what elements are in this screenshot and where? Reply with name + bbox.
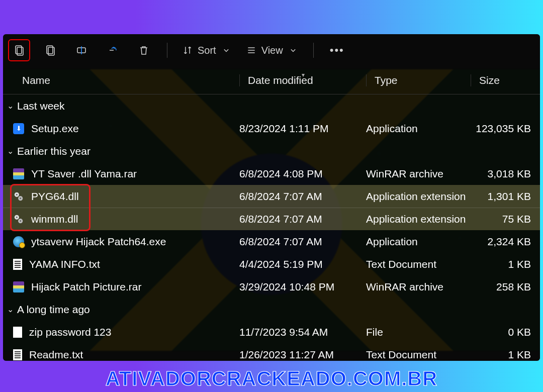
file-row[interactable]: Setup.exe8/23/2024 1:11 PMApplication123… — [3, 117, 540, 140]
toolbar-separator — [167, 43, 167, 58]
sort-icon — [183, 45, 193, 55]
svg-point-7 — [16, 193, 18, 195]
svg-point-11 — [16, 217, 18, 218]
file-size: 258 KB — [471, 281, 540, 293]
rename-button[interactable] — [70, 39, 93, 61]
txt-file-icon — [13, 259, 22, 270]
file-name: zip password 123 — [29, 326, 111, 338]
file-size: 75 KB — [471, 213, 540, 225]
dll-file-icon — [13, 191, 24, 202]
file-date: 6/8/2024 4:08 PM — [239, 168, 366, 180]
file-row[interactable]: winmm.dll6/8/2024 7:07 AMApplication ext… — [3, 208, 540, 230]
column-name[interactable]: Name — [3, 74, 239, 86]
group-header[interactable]: ⌄Earlier this year — [3, 140, 540, 162]
file-size: 1,301 KB — [471, 190, 540, 203]
chevron-down-icon: ⌄ — [6, 146, 14, 156]
rar-file-icon — [13, 281, 24, 292]
column-size-label: Size — [479, 74, 500, 86]
file-name-cell: YT Saver .dll Yama.rar — [13, 168, 239, 180]
chevron-down-icon — [221, 45, 231, 55]
share-button[interactable] — [102, 39, 124, 61]
file-date: 3/29/2024 10:48 PM — [239, 281, 366, 293]
file-size: 2,324 KB — [471, 236, 540, 248]
file-row[interactable]: YT Saver .dll Yama.rar6/8/2024 4:08 PMWi… — [3, 162, 540, 185]
rar-file-icon — [13, 168, 24, 179]
watermark-text: ATIVADORCRACKEADO.COM.BR — [0, 367, 543, 390]
chevron-down-icon: ⌄ — [6, 101, 14, 111]
file-date: 6/8/2024 7:07 AM — [239, 213, 366, 225]
sort-label: Sort — [198, 45, 216, 56]
file-explorer-window: Sort View ••• Name ▾ Date modified Type … — [3, 34, 540, 361]
more-button[interactable]: ••• — [326, 44, 348, 57]
group-label: Last week — [17, 100, 65, 112]
file-name-cell: ytsaverw Hijack Patch64.exe — [13, 236, 239, 248]
file-row[interactable]: Readme.txt1/26/2023 11:27 AMText Documen… — [3, 343, 540, 361]
column-type[interactable]: Type — [366, 74, 471, 86]
file-list: ⌄Last weekSetup.exe8/23/2024 1:11 PMAppl… — [3, 94, 540, 361]
file-name-cell: winmm.dll — [13, 213, 239, 225]
toolbar-separator — [313, 43, 314, 58]
file-size: 3,018 KB — [471, 168, 540, 180]
file-date: 8/23/2024 1:11 PM — [239, 123, 366, 135]
column-headers: Name ▾ Date modified Type Size — [3, 66, 540, 94]
chevron-down-icon — [288, 45, 298, 55]
file-size: 1 KB — [471, 258, 540, 270]
file-date: 11/7/2023 9:54 AM — [239, 326, 366, 338]
column-size[interactable]: Size — [471, 74, 540, 86]
chevron-down-icon: ⌄ — [6, 305, 14, 314]
file-type: Text Document — [366, 258, 471, 270]
sort-indicator-icon: ▾ — [302, 71, 305, 78]
file-name-cell: Setup.exe — [13, 123, 239, 135]
group-header[interactable]: ⌄A long time ago — [3, 298, 540, 321]
svg-point-8 — [20, 198, 21, 199]
file-size: 1 KB — [471, 349, 540, 361]
file-size: 0 KB — [471, 326, 540, 338]
file-date: 4/4/2024 5:19 PM — [239, 258, 366, 270]
delete-button[interactable] — [133, 39, 155, 61]
file-type: Text Document — [366, 349, 471, 361]
file-name: winmm.dll — [31, 213, 78, 225]
setup-file-icon — [13, 123, 24, 134]
file-type: Application — [366, 236, 471, 248]
file-name: YAMA INFO.txt — [29, 258, 100, 270]
file-type: File — [366, 326, 471, 338]
dll-file-icon — [13, 214, 24, 225]
file-row[interactable]: YAMA INFO.txt4/4/2024 5:19 PMText Docume… — [3, 253, 540, 275]
copy-button[interactable] — [39, 39, 61, 61]
file-row[interactable]: ytsaverw Hijack Patch64.exe6/8/2024 7:07… — [3, 230, 540, 253]
file-date: 1/26/2023 11:27 AM — [239, 349, 366, 361]
view-label: View — [261, 45, 283, 56]
file-type: Application extension — [366, 213, 471, 225]
file-name-cell: Hijack Patch Picture.rar — [13, 281, 239, 293]
file-name: ytsaverw Hijack Patch64.exe — [31, 236, 166, 248]
view-dropdown[interactable]: View — [243, 45, 301, 56]
view-list-icon — [246, 45, 256, 55]
txt-file-icon — [13, 349, 22, 360]
file-row[interactable]: Hijack Patch Picture.rar3/29/2024 10:48 … — [3, 275, 540, 298]
file-date: 6/8/2024 7:07 AM — [239, 190, 366, 203]
file-name: Readme.txt — [29, 349, 83, 361]
file-type: Application — [366, 123, 471, 135]
cut-button[interactable] — [8, 39, 30, 61]
sort-dropdown[interactable]: Sort — [179, 45, 234, 56]
file-row[interactable]: PYG64.dll6/8/2024 7:07 AMApplication ext… — [3, 185, 540, 208]
group-label: Earlier this year — [17, 145, 90, 157]
file-name-cell: PYG64.dll — [13, 190, 239, 203]
file-date: 6/8/2024 7:07 AM — [239, 236, 366, 248]
column-date[interactable]: ▾ Date modified — [239, 74, 366, 86]
file-row[interactable]: zip password 12311/7/2023 9:54 AMFile0 K… — [3, 321, 540, 343]
file-type: Application extension — [366, 190, 471, 203]
svg-point-12 — [20, 220, 21, 222]
column-name-label: Name — [22, 74, 50, 86]
column-type-label: Type — [375, 74, 398, 86]
file-name-cell: YAMA INFO.txt — [13, 258, 239, 270]
file-type: WinRAR archive — [366, 168, 471, 180]
file-name: YT Saver .dll Yama.rar — [31, 168, 137, 180]
file-name-cell: zip password 123 — [13, 326, 239, 338]
group-label: A long time ago — [17, 304, 90, 316]
file-name: PYG64.dll — [31, 190, 79, 203]
file-type: WinRAR archive — [366, 281, 471, 293]
file-file-icon — [13, 327, 22, 338]
group-header[interactable]: ⌄Last week — [3, 94, 540, 117]
file-name: Setup.exe — [31, 123, 79, 135]
